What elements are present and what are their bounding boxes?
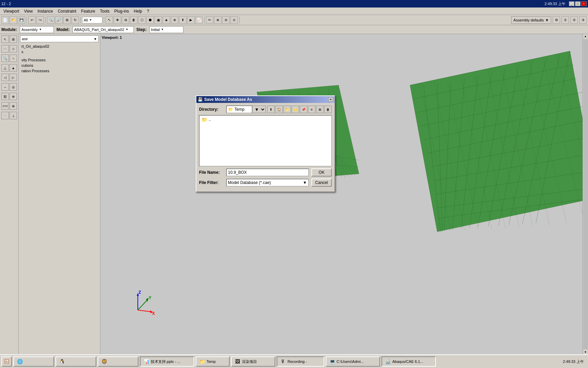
lt-hidden[interactable]: ◁ [1,74,9,81]
tb-open[interactable]: 📂 [10,16,17,24]
lt-cursor[interactable]: ↖ [1,35,9,43]
menu-question[interactable]: ? [145,8,151,14]
dialog-close-btn[interactable]: × [328,97,333,102]
dialog-list-btn[interactable]: ≡ [308,106,315,113]
scroll-up[interactable]: ▲ [584,34,588,39]
tb-partition[interactable]: ⊘ [222,16,230,24]
dialog-new-folder-btn[interactable]: 📁 [283,106,291,113]
maximize-btn[interactable]: □ [575,1,581,6]
tb-datum[interactable]: ⊗ [214,16,222,24]
taskbar-ie[interactable]: 🌐 [13,356,54,367]
file-item-name: .. [209,117,211,122]
tb-mesh[interactable]: ⬡ [138,16,146,24]
tb-undo[interactable]: ↩ [28,16,36,24]
tb-load[interactable]: ⬆ [179,16,186,24]
lt-node[interactable]: ⋅ [1,112,9,119]
dialog-home-btn[interactable]: 🏠 [275,106,283,113]
panel-item-model[interactable]: rt_Ori_abaqus02 [20,44,99,49]
taskbar-recording[interactable]: 🎙 Recording - [277,356,324,367]
tb-new[interactable]: 📄 [1,16,9,24]
model-dropdown[interactable]: ABAQUS_Part_Ori_abaqus02 ▼ [72,26,134,33]
tb-bc[interactable]: ⊕ [171,16,178,24]
taskbar-abaqus[interactable]: 🔬 Abaqus/CAE 6.1... [381,356,436,367]
lt-axis[interactable]: ⊥ [10,112,17,119]
filter-select[interactable]: Model Database (*.cae) ▼ [226,179,309,186]
tb-options[interactable]: ⚙ [553,16,560,24]
menu-feature[interactable]: Feature [79,8,97,14]
lt-visible[interactable]: ▷ [10,74,17,81]
taskbar-pptx[interactable]: 📊 技术支持.pptx - ... [140,356,194,367]
lt-circle[interactable]: ◎ [10,83,17,91]
module-dropdown[interactable]: Assembly ▼ [20,26,54,33]
lt-zoom[interactable]: 🔍 [1,55,9,62]
menu-bar: Viewport View Instance Constraint Featur… [0,7,588,15]
dialog-path-btn[interactable]: 📌 [300,106,307,113]
tb-zoom-out[interactable]: 🔎 [55,16,63,24]
tb-section[interactable]: ▣ [154,16,162,24]
minimize-btn[interactable]: _ [569,1,574,6]
tb-view3[interactable]: ③ [579,16,587,24]
tb-save[interactable]: 💾 [18,16,25,24]
tb-job[interactable]: ▶ [187,16,195,24]
menu-constraint[interactable]: Constraint [56,8,79,14]
lt-coord[interactable]: ⊗ [10,102,17,110]
lt-dots[interactable]: ⊹ [10,45,17,52]
cancel-btn[interactable]: Cancel [311,179,332,187]
panel-executions[interactable]: cutions [20,63,99,68]
lt-xyz[interactable]: XYZ [1,102,9,110]
tb-select[interactable]: ↖ [105,16,113,24]
dir-dropdown[interactable]: ▼ [252,106,266,113]
menu-tools[interactable]: Tools [98,8,112,14]
taskbar-temp[interactable]: 📁 Temp [196,356,230,367]
lt-shaded[interactable]: ▲ [10,64,17,72]
dialog-detail-btn[interactable]: ⊞ [316,106,324,113]
scroll-down[interactable]: ▼ [584,350,588,354]
lt-arrow[interactable]: ↔ [1,83,9,91]
tb-delete[interactable]: 🗑 [130,16,137,24]
start-button[interactable]: 🪟 [1,356,12,367]
menu-help[interactable]: Help [132,8,144,14]
tb-part[interactable]: ⬢ [146,16,154,24]
menu-instance[interactable]: Instance [35,8,55,14]
dialog-delete-btn[interactable]: 🗑 [324,106,332,113]
lt-dotted[interactable]: ⋯ [1,45,9,52]
scroll-thumb[interactable] [583,39,588,349]
menu-view[interactable]: View [22,8,35,14]
tb-move[interactable]: ✥ [114,16,121,24]
tb-view2[interactable]: ② [570,16,578,24]
step-dropdown[interactable]: Initial ▼ [149,26,183,33]
tb-viz[interactable]: 📈 [195,16,203,24]
taskbar-browser[interactable]: 🦁 [98,356,138,367]
lt-wire[interactable]: △ [1,64,9,72]
tb-copy[interactable]: ⧉ [122,16,129,24]
lt-chain[interactable]: ⛓ [1,93,9,100]
panel-item-s[interactable]: s [20,49,99,55]
close-btn[interactable]: × [581,1,587,6]
dialog-up-btn[interactable]: ⬆ [267,106,275,113]
menu-plugins[interactable]: Plug-ins [112,8,131,14]
tb-sketch[interactable]: ✏ [206,16,213,24]
panel-gen-processes[interactable]: ration Processes [20,68,99,74]
taskbar-linux[interactable]: 🐧 [55,356,96,367]
all-dropdown[interactable]: All ▼ [82,17,102,24]
tb-assembly[interactable]: ⊙ [230,16,238,24]
tb-rotate[interactable]: ↻ [71,16,79,24]
lt-chain2[interactable]: ⊕ [10,93,17,100]
file-item-parent[interactable]: 📁 .. [200,116,331,123]
taskbar-cmd[interactable]: 💻 C:\Users\Admi... [326,356,380,367]
tb-view1[interactable]: ① [561,16,569,24]
tb-material[interactable]: ◈ [163,16,170,24]
taskbar-render[interactable]: 🖼 渲染项目 [231,356,275,367]
lt-grid[interactable]: ⊞ [10,35,17,43]
dialog-bookmark-btn[interactable]: ⭐ [292,106,299,113]
tb-zoom-in[interactable]: 🔍 [47,16,54,24]
panel-activity[interactable]: vity Processes [20,57,99,63]
ok-btn[interactable]: OK [311,168,332,177]
filename-input[interactable] [226,169,309,176]
tb-redo[interactable]: ↪ [36,16,44,24]
tb-fit[interactable]: ⊞ [63,16,71,24]
assembly-defaults-btn[interactable]: Assembly defaults ▼ [511,16,551,24]
menu-viewport[interactable]: Viewport [1,8,21,14]
scrollbar-right[interactable]: ▲ ▼ [583,34,588,354]
lt-sphere[interactable]: ○ [10,55,17,62]
